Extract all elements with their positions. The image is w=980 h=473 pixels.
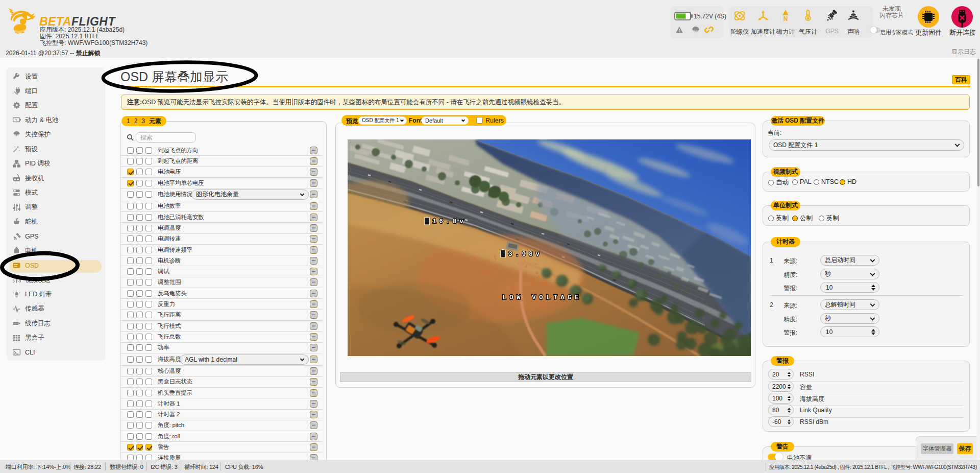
svg-text:VOLTAGE: VOLTAGE: [532, 294, 582, 301]
svg-text:N: N: [783, 15, 788, 22]
svg-text:3.98v: 3.98v: [508, 250, 543, 258]
svg-text:LOW: LOW: [502, 294, 524, 301]
svg-text:16.8v: 16.8v: [432, 218, 467, 225]
